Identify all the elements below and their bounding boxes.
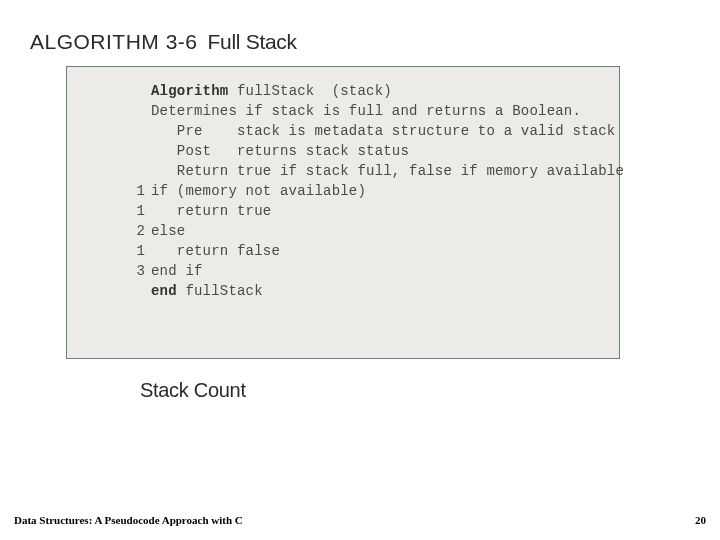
algorithm-heading: ALGORITHM 3-6Full Stack <box>30 30 297 54</box>
code-line: Determines if stack is full and returns … <box>151 101 597 121</box>
code-line: 1if (memory not available) <box>151 181 597 201</box>
slide: ALGORITHM 3-6Full Stack Algorithm fullSt… <box>0 0 720 540</box>
page-number: 20 <box>695 514 706 526</box>
code-line: end fullStack <box>151 281 597 301</box>
code-line: 1 return true <box>151 201 597 221</box>
code-line: Post returns stack status <box>151 141 597 161</box>
sub-heading: Stack Count <box>140 379 246 402</box>
algorithm-label: ALGORITHM 3-6 <box>30 30 198 53</box>
code-line: Return true if stack full, false if memo… <box>151 161 597 181</box>
footer-title: Data Structures: A Pseudocode Approach w… <box>14 514 243 526</box>
algorithm-box: Algorithm fullStack (stack) Determines i… <box>66 66 620 359</box>
code-line: 3end if <box>151 261 597 281</box>
code-line: Algorithm fullStack (stack) <box>151 81 597 101</box>
code-line: Pre stack is metadata structure to a val… <box>151 121 597 141</box>
code-line: 2else <box>151 221 597 241</box>
algorithm-name: Full Stack <box>208 30 297 53</box>
code-line: 1 return false <box>151 241 597 261</box>
